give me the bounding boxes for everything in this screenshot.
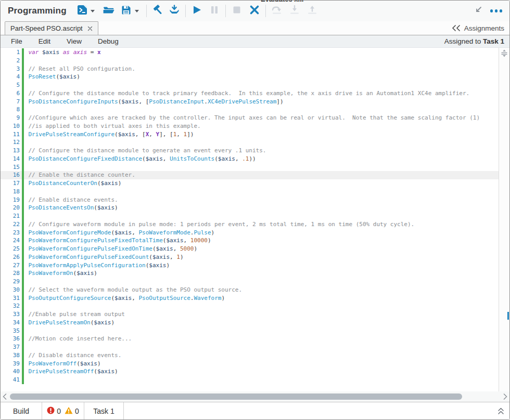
code-line-12[interactable]: 12	[1, 138, 499, 147]
code-line-8[interactable]: 8	[1, 106, 499, 114]
line-number[interactable]: 19	[1, 196, 22, 204]
code-line-33[interactable]: 33//Enable pulse stream output	[1, 310, 499, 319]
collapse-module-button[interactable]	[474, 5, 483, 17]
code-line-6[interactable]: 6// Configure the distance module to tra…	[1, 89, 499, 98]
line-number[interactable]: 21	[1, 212, 22, 220]
line-number[interactable]: 2	[1, 57, 22, 65]
line-number[interactable]: 9	[1, 114, 22, 122]
code-line-26[interactable]: 26PsoWaveformConfigurePulseFixedCount($a…	[1, 253, 499, 261]
line-number[interactable]: 33	[1, 310, 22, 319]
line-number[interactable]: 29	[1, 278, 22, 286]
assigned-task-indicator[interactable]: Assigned to Task 1	[444, 37, 504, 45]
line-number[interactable]: 23	[1, 229, 22, 237]
deploy-button[interactable]	[167, 3, 182, 19]
line-number[interactable]: 7	[1, 98, 22, 106]
line-number[interactable]: 11	[1, 130, 22, 139]
code-line-14[interactable]: 14PsoDistanceConfigureFixedDistance($axi…	[1, 155, 499, 163]
more-options-button[interactable]	[490, 9, 503, 12]
line-number[interactable]: 22	[1, 220, 22, 229]
menu-item-file[interactable]: File	[11, 37, 22, 45]
problems-indicator[interactable]: 0 0	[42, 402, 84, 420]
assignments-panel-toggle[interactable]: Assignments	[452, 21, 504, 35]
code-line-31[interactable]: 31PsoOutputConfigureSource($axis, PsoOut…	[1, 294, 499, 303]
line-number[interactable]: 31	[1, 294, 22, 303]
line-number[interactable]: 28	[1, 269, 22, 278]
code-line-22[interactable]: 22// Configure waveform module in pulse …	[1, 220, 499, 229]
code-line-24[interactable]: 24PsoWaveformConfigurePulseFixedTotalTim…	[1, 237, 499, 245]
line-number[interactable]: 27	[1, 261, 22, 270]
code-line-9[interactable]: 9//Configure which axes are tracked by t…	[1, 114, 499, 122]
step-over-button[interactable]	[270, 3, 284, 19]
code-line-40[interactable]: 40DrivePulseStreamOff($axis)	[1, 368, 499, 376]
close-tab-button[interactable]	[87, 26, 93, 31]
code-line-21[interactable]: 21	[1, 212, 499, 220]
line-number[interactable]: 13	[1, 147, 22, 155]
step-out-button[interactable]	[305, 3, 320, 19]
pause-button[interactable]	[207, 3, 222, 19]
code-line-2[interactable]: 2	[1, 57, 499, 65]
step-into-button[interactable]	[287, 3, 302, 19]
code-line-20[interactable]: 20PsoDistanceEventsOn($axis)	[1, 204, 499, 212]
code-line-3[interactable]: 3// Reset all PSO configuration.	[1, 65, 499, 73]
line-number[interactable]: 3	[1, 65, 22, 73]
editor-split-handle[interactable]	[500, 49, 508, 60]
line-number[interactable]: 34	[1, 319, 22, 327]
code-line-15[interactable]: 15	[1, 163, 499, 172]
tab-part-speed-pso[interactable]: Part-Speed PSO.ascript	[5, 21, 98, 35]
line-number[interactable]: 36	[1, 335, 22, 343]
line-number[interactable]: 30	[1, 286, 22, 294]
code-line-41[interactable]: 41	[1, 376, 499, 384]
code-line-10[interactable]: 10//is applied to both virtual axes in t…	[1, 122, 499, 130]
code-line-39[interactable]: 39PsoWaveformOff($axis)	[1, 360, 499, 368]
code-line-35[interactable]: 35	[1, 327, 499, 335]
build-panel-toggle[interactable]: Build	[1, 402, 42, 420]
code-line-5[interactable]: 5	[1, 81, 499, 89]
code-line-37[interactable]: 37	[1, 343, 499, 351]
code-line-11[interactable]: 11DrivePulseStreamConfigure($axis, [X, Y…	[1, 130, 499, 139]
line-number[interactable]: 5	[1, 81, 22, 89]
line-number[interactable]: 18	[1, 188, 22, 196]
new-script-dropdown[interactable]	[90, 3, 96, 19]
code-line-4[interactable]: 4PsoReset($axis)	[1, 73, 499, 81]
code-line-29[interactable]: 29	[1, 278, 499, 286]
open-file-button[interactable]	[101, 3, 116, 19]
line-number[interactable]: 15	[1, 163, 22, 172]
line-number[interactable]: 37	[1, 343, 22, 351]
menu-item-edit[interactable]: Edit	[39, 37, 50, 45]
code-line-13[interactable]: 13// Configure the distance module to ge…	[1, 147, 499, 155]
code-line-19[interactable]: 19// Enable distance events.	[1, 196, 499, 204]
scroll-left-button[interactable]	[1, 391, 9, 402]
line-number[interactable]: 14	[1, 155, 22, 163]
stop-button[interactable]	[230, 3, 244, 19]
code-line-18[interactable]: 18	[1, 188, 499, 196]
line-number[interactable]: 6	[1, 89, 22, 98]
code-line-16[interactable]: 16// Enable the distance counter.	[1, 171, 499, 179]
line-number[interactable]: 1	[1, 48, 22, 57]
expand-panel-button[interactable]	[498, 402, 504, 420]
task-panel-toggle[interactable]: Task 1	[84, 402, 124, 420]
horizontal-scrollbar-thumb[interactable]	[10, 393, 462, 400]
line-number[interactable]: 35	[1, 327, 22, 335]
line-number[interactable]: 10	[1, 122, 22, 130]
code-line-7[interactable]: 7PsoDistanceConfigureInputs($axis, [PsoD…	[1, 98, 499, 106]
line-number[interactable]: 16	[1, 171, 22, 179]
line-number[interactable]: 20	[1, 204, 22, 212]
code-line-30[interactable]: 30// Select the waveform module output a…	[1, 286, 499, 294]
code-line-17[interactable]: 17PsoDistanceCounterOn($axis)	[1, 179, 499, 188]
code-line-25[interactable]: 25PsoWaveformConfigurePulseFixedOnTime($…	[1, 245, 499, 253]
line-number[interactable]: 24	[1, 237, 22, 245]
line-number[interactable]: 4	[1, 73, 22, 81]
line-number[interactable]: 26	[1, 253, 22, 261]
line-number[interactable]: 25	[1, 245, 22, 253]
menu-item-view[interactable]: View	[67, 37, 82, 45]
scroll-right-button[interactable]	[501, 391, 509, 402]
code-line-38[interactable]: 38// Disable distance events.	[1, 351, 499, 360]
line-number[interactable]: 41	[1, 376, 22, 384]
line-number[interactable]: 8	[1, 106, 22, 114]
line-number[interactable]: 40	[1, 368, 22, 376]
save-dropdown[interactable]	[134, 3, 141, 19]
menu-item-debug[interactable]: Debug	[98, 37, 119, 45]
compile-button[interactable]	[150, 3, 165, 19]
code-line-34[interactable]: 34DrivePulseStreamOn($axis)	[1, 319, 499, 327]
stop-task-button[interactable]	[247, 3, 262, 19]
